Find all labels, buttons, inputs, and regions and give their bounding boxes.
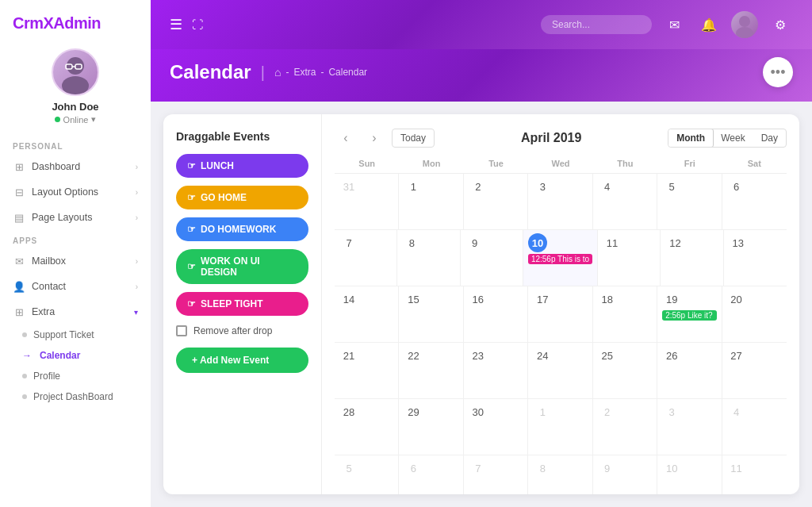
- calendar-cell[interactable]: 1012:56p This is to: [523, 230, 598, 286]
- event-sleep-tight[interactable]: ☞ SLEEP TIGHT: [176, 292, 308, 316]
- calendar-cell[interactable]: 31: [335, 174, 399, 229]
- calendar-event[interactable]: 2:56p Like it?: [662, 310, 716, 321]
- view-day-button[interactable]: Day: [753, 129, 786, 147]
- calendar-cell[interactable]: 30: [464, 399, 528, 455]
- calendar-cell[interactable]: 26: [657, 343, 722, 398]
- calendar-date: 28: [339, 402, 358, 421]
- calendar-cell[interactable]: 18: [593, 286, 657, 342]
- calendar-cell[interactable]: 14: [335, 286, 399, 342]
- sidebar-sub-label: Calendar: [40, 350, 80, 361]
- add-event-button[interactable]: + Add New Event: [176, 348, 308, 373]
- calendar-cell[interactable]: 3: [657, 399, 722, 455]
- calendar-main: ‹ › Today April 2019 Month Week Day Sun …: [322, 114, 799, 494]
- profile-status[interactable]: Online ▾: [55, 114, 97, 125]
- sidebar-sub-label: Profile: [33, 371, 60, 382]
- menu-icon[interactable]: ☰: [170, 16, 182, 33]
- calendar-cell[interactable]: 9: [593, 455, 657, 494]
- sidebar-item-dashboard[interactable]: ⊞ Dashboard ›: [0, 154, 151, 179]
- event-lunch[interactable]: ☞ LUNCH: [176, 154, 308, 178]
- calendar-cell[interactable]: 21: [335, 343, 399, 398]
- drag-icon: ☞: [187, 192, 196, 203]
- day-sat: Sat: [722, 159, 787, 168]
- view-week-button[interactable]: Week: [713, 129, 753, 147]
- sidebar-item-page-layouts[interactable]: ▤ Page Layouts ›: [0, 205, 151, 230]
- calendar-date: 2: [469, 177, 488, 196]
- dot-icon: [22, 394, 27, 399]
- event-work-ui[interactable]: ☞ WORK ON UI DESIGN: [176, 249, 308, 284]
- calendar-cell[interactable]: 7: [335, 230, 397, 286]
- calendar-date: 1: [404, 177, 423, 196]
- sidebar-sub-label: Project DashBoard: [33, 391, 113, 402]
- expand-icon[interactable]: ⛶: [192, 18, 203, 31]
- sidebar-item-extra[interactable]: ⊞ Extra ▾: [0, 299, 151, 325]
- sidebar-item-layout-options[interactable]: ⊟ Layout Options ›: [0, 179, 151, 205]
- mail-header-icon[interactable]: ✉: [661, 12, 687, 37]
- sidebar-sub-item-profile[interactable]: Profile: [0, 366, 151, 386]
- sidebar-item-mailbox[interactable]: ✉ Mailbox ›: [0, 248, 151, 274]
- sidebar-item-contact[interactable]: 👤 Contact ›: [0, 274, 151, 299]
- calendar-cell[interactable]: 15: [399, 286, 463, 342]
- calendar-cell[interactable]: 13: [724, 230, 787, 286]
- remove-checkbox[interactable]: [176, 325, 187, 336]
- event-do-homework[interactable]: ☞ DO HOMEWORK: [176, 217, 308, 241]
- calendar-cell[interactable]: 11: [722, 455, 787, 494]
- calendar-cell[interactable]: 1: [528, 399, 592, 455]
- calendar-cell[interactable]: 23: [464, 343, 528, 398]
- calendar-date: 1: [533, 402, 552, 421]
- breadcrumb-calendar: Calendar: [328, 67, 367, 78]
- calendar-cell[interactable]: 20: [722, 286, 787, 342]
- calendar-week: 567891011: [335, 455, 787, 494]
- sidebar-item-label: Contact: [32, 281, 66, 292]
- calendar-cell[interactable]: 9: [461, 230, 523, 286]
- calendar-cell[interactable]: 12: [661, 230, 723, 286]
- calendar-cell[interactable]: 8: [528, 455, 592, 494]
- gear-icon[interactable]: ⚙: [768, 12, 793, 37]
- calendar-cell[interactable]: 8: [397, 230, 460, 286]
- calendar-cell[interactable]: 16: [464, 286, 528, 342]
- view-month-button[interactable]: Month: [668, 129, 714, 148]
- calendar-event[interactable]: 12:56p This is to: [528, 254, 592, 264]
- home-icon[interactable]: ⌂: [274, 66, 281, 79]
- calendar-cell[interactable]: 1: [399, 174, 463, 229]
- calendar-cell[interactable]: 11: [598, 230, 661, 286]
- calendar-cell[interactable]: 17: [528, 286, 592, 342]
- calendar-cell[interactable]: 192:56p Like it?: [657, 286, 722, 342]
- today-button[interactable]: Today: [392, 129, 435, 148]
- calendar-cell[interactable]: 22: [399, 343, 463, 398]
- next-button[interactable]: ›: [363, 127, 385, 149]
- bell-icon[interactable]: 🔔: [696, 12, 722, 37]
- sidebar-sub-item-calendar[interactable]: → Calendar: [0, 345, 151, 366]
- calendar-cell[interactable]: 25: [593, 343, 657, 398]
- sidebar-sub-item-project-dashboard[interactable]: Project DashBoard: [0, 386, 151, 407]
- more-button[interactable]: •••: [763, 57, 793, 87]
- sidebar-sub-item-support[interactable]: Support Ticket: [0, 325, 151, 345]
- search-input[interactable]: [541, 15, 652, 34]
- calendar-cell[interactable]: 5: [657, 174, 722, 229]
- remove-label: Remove after drop: [193, 325, 272, 336]
- sidebar-item-label: Mailbox: [32, 255, 66, 267]
- calendar-cell[interactable]: 29: [399, 399, 463, 455]
- header-avatar[interactable]: [731, 11, 758, 38]
- calendar-cell[interactable]: 27: [722, 343, 787, 398]
- calendar-cell[interactable]: 5: [335, 455, 399, 494]
- calendar-date: 24: [533, 346, 552, 365]
- calendar-cell[interactable]: 2: [593, 399, 657, 455]
- calendar-cell[interactable]: 6: [399, 455, 463, 494]
- breadcrumb-extra[interactable]: Extra: [293, 67, 316, 78]
- event-label: SLEEP TIGHT: [201, 298, 262, 309]
- event-go-home[interactable]: ☞ GO HOME: [176, 186, 308, 209]
- calendar-cell[interactable]: 6: [722, 174, 787, 229]
- calendar-cell[interactable]: 4: [722, 399, 787, 455]
- calendar-cell[interactable]: 24: [528, 343, 592, 398]
- calendar-cell[interactable]: 10: [657, 455, 722, 494]
- calendar-cell[interactable]: 4: [593, 174, 657, 229]
- calendar-cell[interactable]: 28: [335, 399, 399, 455]
- prev-button[interactable]: ‹: [335, 127, 357, 149]
- calendar-cell[interactable]: 7: [464, 455, 528, 494]
- calendar-cell[interactable]: 2: [464, 174, 528, 229]
- calendar-cell[interactable]: 3: [528, 174, 592, 229]
- apps-section-label: APPS: [0, 230, 151, 248]
- user-profile: John Doe Online ▾: [0, 40, 151, 136]
- day-mon: Mon: [399, 159, 463, 168]
- day-fri: Fri: [657, 159, 722, 168]
